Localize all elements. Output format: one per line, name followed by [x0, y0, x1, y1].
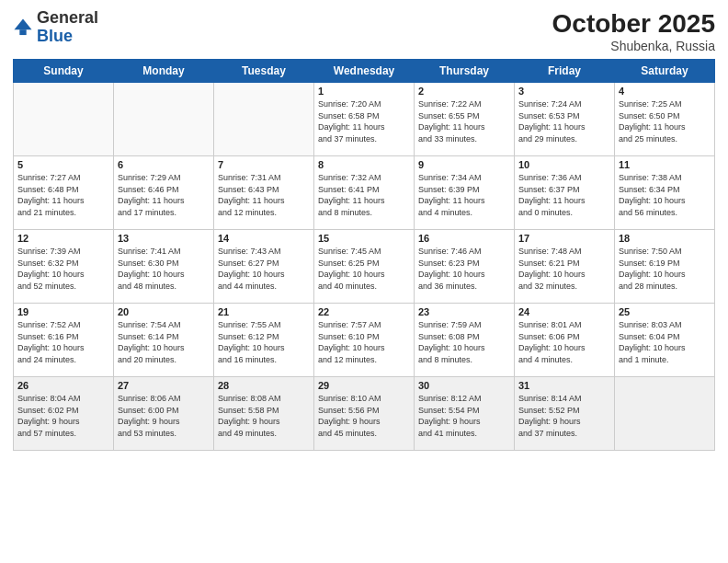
- col-friday: Friday: [515, 60, 615, 83]
- day-number: 10: [518, 159, 610, 170]
- calendar-cell: 22Sunrise: 7:57 AMSunset: 6:10 PMDayligh…: [314, 304, 415, 377]
- cell-content: Sunrise: 8:08 AMSunset: 5:58 PMDaylight:…: [218, 393, 310, 439]
- calendar-cell: 9Sunrise: 7:34 AMSunset: 6:39 PMDaylight…: [415, 156, 515, 230]
- col-monday: Monday: [114, 60, 214, 83]
- calendar-cell: 13Sunrise: 7:41 AMSunset: 6:30 PMDayligh…: [114, 230, 214, 304]
- day-number: 14: [218, 233, 310, 244]
- day-number: 7: [218, 159, 310, 170]
- logo-general-text: General: [37, 8, 98, 27]
- calendar-cell: 25Sunrise: 8:03 AMSunset: 6:04 PMDayligh…: [615, 304, 715, 377]
- calendar-cell: 19Sunrise: 7:52 AMSunset: 6:16 PMDayligh…: [14, 304, 114, 377]
- cell-content: Sunrise: 7:43 AMSunset: 6:27 PMDaylight:…: [218, 246, 310, 292]
- calendar-cell: 26Sunrise: 8:04 AMSunset: 6:02 PMDayligh…: [14, 377, 114, 451]
- calendar-cell: 11Sunrise: 7:38 AMSunset: 6:34 PMDayligh…: [615, 156, 715, 230]
- calendar-cell: [615, 377, 715, 451]
- cell-content: Sunrise: 7:38 AMSunset: 6:34 PMDaylight:…: [619, 172, 711, 218]
- day-number: 18: [619, 233, 711, 244]
- calendar-cell: 17Sunrise: 7:48 AMSunset: 6:21 PMDayligh…: [515, 230, 615, 304]
- calendar-cell: 28Sunrise: 8:08 AMSunset: 5:58 PMDayligh…: [214, 377, 314, 451]
- calendar-row-0: 1Sunrise: 7:20 AMSunset: 6:58 PMDaylight…: [14, 83, 715, 156]
- cell-content: Sunrise: 7:20 AMSunset: 6:58 PMDaylight:…: [318, 98, 410, 144]
- cell-content: Sunrise: 7:48 AMSunset: 6:21 PMDaylight:…: [518, 246, 610, 292]
- calendar-row-4: 26Sunrise: 8:04 AMSunset: 6:02 PMDayligh…: [14, 377, 715, 451]
- day-number: 9: [418, 159, 510, 170]
- cell-content: Sunrise: 7:24 AMSunset: 6:53 PMDaylight:…: [518, 98, 610, 144]
- cell-content: Sunrise: 7:27 AMSunset: 6:48 PMDaylight:…: [17, 172, 109, 218]
- cell-content: Sunrise: 8:06 AMSunset: 6:00 PMDaylight:…: [118, 393, 210, 439]
- svg-rect-1: [19, 29, 26, 35]
- day-number: 30: [418, 380, 510, 391]
- calendar-cell: 27Sunrise: 8:06 AMSunset: 6:00 PMDayligh…: [114, 377, 214, 451]
- cell-content: Sunrise: 7:36 AMSunset: 6:37 PMDaylight:…: [518, 172, 610, 218]
- day-number: 29: [318, 380, 410, 391]
- calendar-cell: 1Sunrise: 7:20 AMSunset: 6:58 PMDaylight…: [314, 83, 415, 156]
- calendar-cell: 14Sunrise: 7:43 AMSunset: 6:27 PMDayligh…: [214, 230, 314, 304]
- cell-content: Sunrise: 8:03 AMSunset: 6:04 PMDaylight:…: [619, 319, 711, 365]
- day-number: 11: [619, 159, 711, 170]
- calendar-cell: 7Sunrise: 7:31 AMSunset: 6:43 PMDaylight…: [214, 156, 314, 230]
- cell-content: Sunrise: 7:57 AMSunset: 6:10 PMDaylight:…: [318, 319, 410, 365]
- calendar-table: Sunday Monday Tuesday Wednesday Thursday…: [13, 59, 715, 451]
- calendar-cell: 29Sunrise: 8:10 AMSunset: 5:56 PMDayligh…: [314, 377, 415, 451]
- calendar-cell: 23Sunrise: 7:59 AMSunset: 6:08 PMDayligh…: [415, 304, 515, 377]
- cell-content: Sunrise: 7:45 AMSunset: 6:25 PMDaylight:…: [318, 246, 410, 292]
- calendar-cell: 6Sunrise: 7:29 AMSunset: 6:46 PMDaylight…: [114, 156, 214, 230]
- location: Shubenka, Russia: [552, 39, 715, 53]
- cell-content: Sunrise: 7:32 AMSunset: 6:41 PMDaylight:…: [318, 172, 410, 218]
- header: General Blue October 2025 Shubenka, Russ…: [13, 9, 715, 53]
- col-saturday: Saturday: [615, 60, 715, 83]
- svg-marker-0: [14, 18, 31, 29]
- page: General Blue October 2025 Shubenka, Russ…: [0, 0, 728, 563]
- cell-content: Sunrise: 7:34 AMSunset: 6:39 PMDaylight:…: [418, 172, 510, 218]
- cell-content: Sunrise: 7:22 AMSunset: 6:55 PMDaylight:…: [418, 98, 510, 144]
- calendar-cell: 31Sunrise: 8:14 AMSunset: 5:52 PMDayligh…: [515, 377, 615, 451]
- day-number: 8: [318, 159, 410, 170]
- calendar-row-3: 19Sunrise: 7:52 AMSunset: 6:16 PMDayligh…: [14, 304, 715, 377]
- calendar-cell: 5Sunrise: 7:27 AMSunset: 6:48 PMDaylight…: [14, 156, 114, 230]
- cell-content: Sunrise: 8:12 AMSunset: 5:54 PMDaylight:…: [418, 393, 510, 439]
- col-wednesday: Wednesday: [314, 60, 415, 83]
- calendar-cell: 3Sunrise: 7:24 AMSunset: 6:53 PMDaylight…: [515, 83, 615, 156]
- cell-content: Sunrise: 7:31 AMSunset: 6:43 PMDaylight:…: [218, 172, 310, 218]
- calendar-cell: 2Sunrise: 7:22 AMSunset: 6:55 PMDaylight…: [415, 83, 515, 156]
- calendar-cell: 24Sunrise: 8:01 AMSunset: 6:06 PMDayligh…: [515, 304, 615, 377]
- calendar-cell: [14, 83, 114, 156]
- day-number: 13: [118, 233, 210, 244]
- cell-content: Sunrise: 7:50 AMSunset: 6:19 PMDaylight:…: [619, 246, 711, 292]
- cell-content: Sunrise: 7:29 AMSunset: 6:46 PMDaylight:…: [118, 172, 210, 218]
- day-number: 2: [418, 86, 510, 97]
- day-number: 1: [318, 86, 410, 97]
- calendar-cell: [114, 83, 214, 156]
- day-number: 3: [518, 86, 610, 97]
- calendar-cell: 10Sunrise: 7:36 AMSunset: 6:37 PMDayligh…: [515, 156, 615, 230]
- logo-icon: [13, 17, 33, 38]
- day-number: 28: [218, 380, 310, 391]
- cell-content: Sunrise: 8:01 AMSunset: 6:06 PMDaylight:…: [518, 319, 610, 365]
- month-title: October 2025: [552, 9, 715, 39]
- day-number: 22: [318, 306, 410, 317]
- calendar-row-1: 5Sunrise: 7:27 AMSunset: 6:48 PMDaylight…: [14, 156, 715, 230]
- calendar-cell: 8Sunrise: 7:32 AMSunset: 6:41 PMDaylight…: [314, 156, 415, 230]
- day-number: 12: [17, 233, 109, 244]
- logo-blue-text: Blue: [37, 27, 73, 45]
- col-sunday: Sunday: [14, 60, 114, 83]
- day-number: 27: [118, 380, 210, 391]
- day-number: 17: [518, 233, 610, 244]
- day-number: 19: [17, 306, 109, 317]
- logo: General Blue: [13, 9, 98, 46]
- calendar-cell: 30Sunrise: 8:12 AMSunset: 5:54 PMDayligh…: [415, 377, 515, 451]
- calendar-cell: 15Sunrise: 7:45 AMSunset: 6:25 PMDayligh…: [314, 230, 415, 304]
- day-number: 15: [318, 233, 410, 244]
- calendar-cell: 12Sunrise: 7:39 AMSunset: 6:32 PMDayligh…: [14, 230, 114, 304]
- day-number: 23: [418, 306, 510, 317]
- day-number: 21: [218, 306, 310, 317]
- cell-content: Sunrise: 7:55 AMSunset: 6:12 PMDaylight:…: [218, 319, 310, 365]
- cell-content: Sunrise: 7:46 AMSunset: 6:23 PMDaylight:…: [418, 246, 510, 292]
- day-number: 25: [619, 306, 711, 317]
- calendar-cell: 18Sunrise: 7:50 AMSunset: 6:19 PMDayligh…: [615, 230, 715, 304]
- day-number: 5: [17, 159, 109, 170]
- cell-content: Sunrise: 8:14 AMSunset: 5:52 PMDaylight:…: [518, 393, 610, 439]
- day-number: 6: [118, 159, 210, 170]
- day-number: 20: [118, 306, 210, 317]
- title-block: October 2025 Shubenka, Russia: [552, 9, 715, 53]
